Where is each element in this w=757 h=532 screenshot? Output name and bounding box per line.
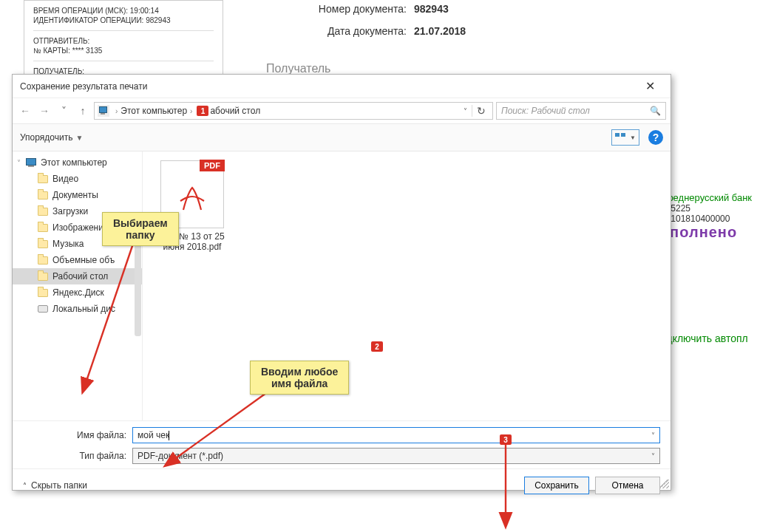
tree-label: Видео xyxy=(52,174,78,184)
receipt-sender-label: ОТПРАВИТЕЛЬ: xyxy=(33,37,214,45)
folder-icon xyxy=(38,273,48,281)
folder-icon xyxy=(38,175,48,183)
tree-3d-objects[interactable]: Объемные объ xyxy=(13,252,142,268)
save-button[interactable]: Сохранить xyxy=(524,477,589,494)
tree-this-pc[interactable]: ˅ Этот компьютер xyxy=(13,154,142,171)
tree-desktop[interactable]: Рабочий стол xyxy=(13,268,142,284)
breadcrumb-sep-icon[interactable]: › xyxy=(112,107,120,115)
nav-bar: ← → ˅ ↑ › Этот компьютер › 1 абочий стол… xyxy=(13,98,671,123)
folder-icon xyxy=(38,224,48,232)
tree-videos[interactable]: Видео xyxy=(13,171,142,187)
receipt-card: № КАРТЫ: **** 3135 xyxy=(33,47,214,55)
folder-icon xyxy=(38,256,48,265)
hide-folders-label: Скрыть папки xyxy=(31,480,87,491)
annotation-badge-2: 2 xyxy=(371,341,383,352)
folder-tree: ˅ Этот компьютер Видео Документы Загрузк… xyxy=(13,151,143,420)
pdf-badge: PDF xyxy=(200,160,225,171)
autopay-link[interactable]: одключить автопл xyxy=(661,332,757,344)
text-cursor xyxy=(169,431,169,440)
tree-label: Яндекс.Диск xyxy=(52,287,104,298)
address-bar[interactable]: › Этот компьютер › 1 абочий стол ˅ ↻ xyxy=(94,102,493,120)
doc-number-label: Номер документа: xyxy=(266,3,414,15)
tree-label: Объемные объ xyxy=(52,255,115,265)
chevron-up-icon: ˄ xyxy=(23,482,27,490)
folder-icon xyxy=(38,208,48,216)
address-dropdown-icon[interactable]: ˅ xyxy=(459,107,472,115)
tree-label: Документы xyxy=(52,190,98,200)
breadcrumb-sep-icon[interactable]: › xyxy=(187,107,195,115)
filetype-value: PDF-документ (*.pdf) xyxy=(138,451,223,461)
folder-icon xyxy=(38,240,48,248)
doc-number-value: 982943 xyxy=(414,3,449,15)
folder-icon xyxy=(38,289,48,297)
view-thumbnails-icon xyxy=(615,133,627,142)
organize-button[interactable]: Упорядочить xyxy=(20,132,72,143)
annotation-badge-1: 1 xyxy=(197,106,208,116)
file-pane[interactable]: PDF АКТ № 13 от 25 июня 2018.pdf xyxy=(143,151,671,420)
callout-select-folder: Выбираем папку xyxy=(102,212,179,246)
doc-date-value: 21.07.2018 xyxy=(414,25,466,37)
bank-num2: 8 xyxy=(661,241,757,251)
annotation-badge-3: 3 xyxy=(500,434,512,445)
chevron-down-icon[interactable]: ˅ xyxy=(651,452,655,460)
receipt-line: ИДЕНТИФИКАТОР ОПЕРАЦИИ: 982943 xyxy=(33,16,214,24)
doc-meta: Номер документа: 982943 Дата документа: … xyxy=(266,3,466,47)
tree-yandex-disk[interactable]: Яндекс.Диск xyxy=(13,284,142,301)
adobe-pdf-icon xyxy=(177,185,207,214)
help-icon[interactable]: ? xyxy=(648,130,663,145)
filename-value: мой чек xyxy=(138,430,169,440)
search-input[interactable]: Поиск: Рабочий стол 🔍 xyxy=(496,102,666,120)
tree-label: Этот компьютер xyxy=(41,157,107,168)
dialog-footer: ˄ Скрыть папки Сохранить Отмена xyxy=(13,468,671,502)
tree-label: Рабочий стол xyxy=(52,271,108,282)
tree-label: Локальный дис xyxy=(52,304,115,314)
close-button[interactable]: ✕ xyxy=(635,79,665,93)
bank-account: 30101810400000 xyxy=(661,214,757,224)
nav-recent-dropdown[interactable]: ˅ xyxy=(55,105,72,117)
filename-history-dropdown-icon[interactable]: ˅ xyxy=(651,432,655,440)
doc-date-label: Дата документа: xyxy=(266,25,414,37)
view-mode-button[interactable]: ▼ xyxy=(611,129,639,146)
tree-local-disk[interactable]: Локальный дис xyxy=(13,301,142,317)
nav-back-icon[interactable]: ← xyxy=(17,105,33,117)
filetype-label: Тип файла: xyxy=(23,451,132,461)
dialog-titlebar[interactable]: Сохранение результата печати ✕ xyxy=(13,75,671,98)
refresh-icon[interactable]: ↻ xyxy=(472,105,489,117)
organize-dropdown-icon[interactable]: ▼ xyxy=(75,134,83,142)
this-pc-icon xyxy=(98,105,109,117)
nav-up-icon[interactable]: ↑ xyxy=(75,105,91,117)
tree-documents[interactable]: Документы xyxy=(13,187,142,203)
breadcrumb-this-pc[interactable]: Этот компьютер xyxy=(120,106,187,116)
breadcrumb-desktop[interactable]: абочий стол xyxy=(210,106,260,116)
filename-label: Имя файла: xyxy=(23,430,132,440)
tree-label: Музыка xyxy=(52,239,84,249)
expand-icon[interactable]: ˅ xyxy=(17,159,24,167)
chevron-down-icon: ▼ xyxy=(630,134,636,141)
filename-input[interactable]: мой чек ˅ xyxy=(132,427,660,443)
disk-icon xyxy=(38,305,48,313)
search-icon[interactable]: 🔍 xyxy=(650,106,661,116)
tree-label: Загрузки xyxy=(52,206,88,216)
nav-forward-icon[interactable]: → xyxy=(36,105,52,117)
folder-icon xyxy=(38,191,48,200)
save-dialog: Сохранение результата печати ✕ ← → ˅ ↑ ›… xyxy=(12,74,671,491)
bank-num: 525225 xyxy=(661,203,757,214)
receipt-line: ВРЕМЯ ОПЕРАЦИИ (МСК): 19:00:14 xyxy=(33,7,214,15)
cancel-button[interactable]: Отмена xyxy=(595,477,660,494)
status-block: Среднерусский банк 525225 30101810400000… xyxy=(661,192,757,344)
filename-form: Имя файла: мой чек ˅ Тип файла: PDF-доку… xyxy=(13,420,671,464)
resize-grip-icon[interactable] xyxy=(660,480,669,488)
filetype-select[interactable]: PDF-документ (*.pdf) ˅ xyxy=(132,448,660,464)
bank-name: Среднерусский банк xyxy=(661,192,757,203)
this-pc-icon xyxy=(26,158,36,167)
dialog-toolbar: Упорядочить ▼ ▼ ? xyxy=(13,123,671,151)
status-executed: сполнено xyxy=(661,224,757,241)
tree-label: Изображения xyxy=(52,222,108,233)
hide-folders-toggle[interactable]: ˄ Скрыть папки xyxy=(23,480,87,491)
dialog-title: Сохранение результата печати xyxy=(20,81,635,92)
callout-enter-filename: Вводим любое имя файла xyxy=(250,361,349,395)
search-placeholder: Поиск: Рабочий стол xyxy=(501,106,590,116)
